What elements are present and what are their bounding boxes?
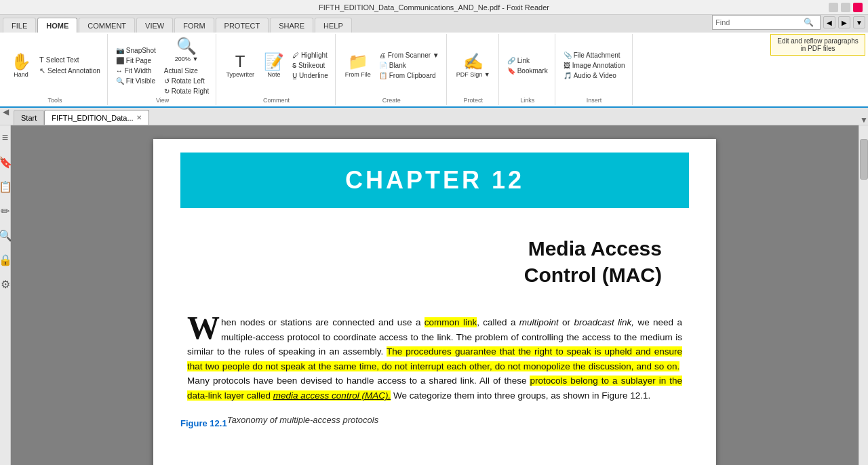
restore-button[interactable] <box>841 3 850 12</box>
search-input[interactable] <box>715 18 804 26</box>
tab-protect[interactable]: PROTECT <box>216 18 269 33</box>
scrollbar-thumb[interactable] <box>860 139 868 180</box>
file-attachment-button[interactable]: 📎 File Attachment <box>561 51 628 60</box>
hand-label: Hand <box>14 71 28 78</box>
snapshot-button[interactable]: 📷 SnapShot <box>113 46 159 55</box>
from-scanner-button[interactable]: 🖨 From Scanner ▼ <box>376 51 442 60</box>
blank-button[interactable]: 📄 Blank <box>376 61 442 70</box>
underline-button[interactable]: U̲ Underline <box>290 71 331 80</box>
create-group: 📁 From File 🖨 From Scanner ▼ 📄 Blank 📋 F… <box>337 34 447 105</box>
toolbar: ✋ Hand T Select Text ↖ Select Annotation… <box>0 33 868 108</box>
image-annotation-icon: 🖼 <box>564 62 570 69</box>
links-group-label: Links <box>520 96 534 104</box>
select-text-button[interactable]: T Select Text <box>37 55 103 64</box>
select-annotation-icon: ↖ <box>39 66 45 75</box>
snapshot-icon: 📷 <box>116 47 124 54</box>
left-panel: ≡ 🔖 📋 ✏ 🔍 🔒 ⚙ <box>0 125 11 465</box>
fit-width-button[interactable]: ↔ Fit Width <box>113 66 159 75</box>
strikeout-icon: S̶ <box>292 62 296 69</box>
zoom-icon: 🔍 <box>176 38 197 54</box>
actual-size-button[interactable]: Actual Size <box>161 66 212 75</box>
figure-label: Figure 12.1 <box>180 418 227 428</box>
chapter-title: CHAPTER 12 <box>345 166 524 194</box>
strikeout-button[interactable]: S̶ Strikeout <box>290 61 331 70</box>
link-icon: 🔗 <box>507 57 515 64</box>
doc-tab-close-button[interactable]: ✕ <box>136 114 142 121</box>
tools-group-label: Tools <box>47 96 62 104</box>
fit-visible-button[interactable]: 🔍 Fit Visible <box>113 77 159 85</box>
rotate-right-button[interactable]: ↻ Rotate Right <box>161 87 212 96</box>
tab-view[interactable]: VIEW <box>136 18 173 33</box>
links-group: 🔗 Link 🔖 Bookmark Links <box>500 34 555 105</box>
typewriter-button[interactable]: T Typewriter <box>222 51 258 81</box>
audio-video-icon: 🎵 <box>564 72 572 79</box>
minimize-button[interactable] <box>829 3 838 12</box>
tab-file[interactable]: FILE <box>3 18 36 33</box>
tab-help[interactable]: HELP <box>315 18 352 33</box>
from-file-button[interactable]: 📁 From File <box>341 51 375 81</box>
from-clipboard-icon: 📋 <box>379 72 387 79</box>
hand-icon: ✋ <box>11 54 31 70</box>
chapter-subtitle: Media Access Control (MAC) <box>180 222 689 302</box>
rotate-left-icon: ↺ <box>164 77 170 85</box>
tab-form[interactable]: FORM <box>174 18 214 33</box>
insert-group-label: Insert <box>587 96 602 104</box>
search-prev-button[interactable]: ◀ <box>823 16 835 28</box>
vertical-scrollbar[interactable] <box>859 125 868 465</box>
pdf-body-text: When nodes or stations are connected and… <box>180 315 689 403</box>
rotate-right-icon: ↻ <box>164 87 170 95</box>
search-next-button[interactable]: ▶ <box>838 16 850 28</box>
tab-home[interactable]: HOME <box>37 18 77 33</box>
highlight-protocols: protocols belong to a sublayer in the da… <box>187 376 682 401</box>
link-button[interactable]: 🔗 Link <box>505 56 551 65</box>
chapter-banner: CHAPTER 12 <box>180 153 689 208</box>
rotate-left-button[interactable]: ↺ Rotate Left <box>161 77 212 85</box>
view-group-label: View <box>156 96 169 104</box>
fit-page-icon: ⬛ <box>116 57 124 64</box>
hand-tool-button[interactable]: ✋ Hand <box>7 51 35 81</box>
note-button[interactable]: 📝 Note <box>260 51 288 81</box>
highlight-procedures: The procedures guarantee that the right … <box>187 346 682 371</box>
zoom-button[interactable]: 🔍 200% ▼ <box>161 35 212 65</box>
audio-video-button[interactable]: 🎵 Audio & Video <box>561 71 628 80</box>
edit-reflow-tooltip: Edit and reflow paragraphs in PDF files <box>770 34 865 56</box>
from-clipboard-button[interactable]: 📋 From Clipboard <box>376 71 442 80</box>
search-options-button[interactable]: ▼ <box>853 16 865 28</box>
figure-row: Figure 12.1 Taxonomy of multiple-access … <box>180 411 689 428</box>
doc-tab-main[interactable]: FIFTH_EDITION_Data... ✕ <box>44 110 149 125</box>
create-group-label: Create <box>382 96 401 104</box>
fit-width-icon: ↔ <box>116 67 123 75</box>
doc-tab-main-label: FIFTH_EDITION_Data... <box>52 114 133 122</box>
protect-group: ✍ PDF Sign ▼ Protect <box>448 34 499 105</box>
search-icon[interactable]: 🔍 <box>804 18 814 27</box>
tools-group: ✋ Hand T Select Text ↖ Select Annotation… <box>3 34 108 105</box>
tab-comment[interactable]: COMMENT <box>79 18 135 33</box>
doc-tab-start[interactable]: Start <box>14 110 44 125</box>
from-file-icon: 📁 <box>348 54 368 70</box>
fit-visible-icon: 🔍 <box>116 77 124 85</box>
pdf-content-area[interactable]: CHAPTER 12 Media Access Control (MAC) Wh… <box>11 125 859 465</box>
doc-tabs-bar: ◀ Start FIFTH_EDITION_Data... ✕ ▼ <box>0 108 868 125</box>
pdf-page: CHAPTER 12 Media Access Control (MAC) Wh… <box>153 139 716 465</box>
fit-page-button[interactable]: ⬛ Fit Page <box>113 56 159 65</box>
image-annotation-button[interactable]: 🖼 Image Annotation <box>561 61 628 70</box>
pdf-sign-button[interactable]: ✍ PDF Sign ▼ <box>452 51 494 81</box>
bookmark-icon: 🔖 <box>507 67 515 75</box>
close-button[interactable] <box>853 3 863 12</box>
select-text-icon: T <box>39 56 44 64</box>
tab-scroll-left[interactable]: ◀ <box>3 107 9 117</box>
search-box: 🔍 <box>712 15 821 30</box>
ribbon-tabs: FILE HOME COMMENT VIEW FORM PROTECT SHAR… <box>0 15 868 33</box>
window-title: FIFTH_EDITION_Data_Communications_AND_Ne… <box>319 3 549 12</box>
file-attachment-icon: 📎 <box>564 52 572 59</box>
figure-caption: Taxonomy of multiple-access protocols <box>227 415 379 425</box>
tab-scroll-right[interactable]: ▼ <box>860 115 868 125</box>
bookmark-button[interactable]: 🔖 Bookmark <box>505 66 551 75</box>
typewriter-icon: T <box>235 54 245 70</box>
highlight-button[interactable]: 🖊 Highlight <box>290 51 331 60</box>
drop-cap: W <box>187 315 220 341</box>
select-annotation-button[interactable]: ↖ Select Annotation <box>37 66 103 76</box>
tab-share[interactable]: SHARE <box>270 18 313 33</box>
underline-icon: U̲ <box>292 72 297 79</box>
comment-group: T Typewriter 📝 Note 🖊 Highlight S̶ Strik… <box>218 34 335 105</box>
